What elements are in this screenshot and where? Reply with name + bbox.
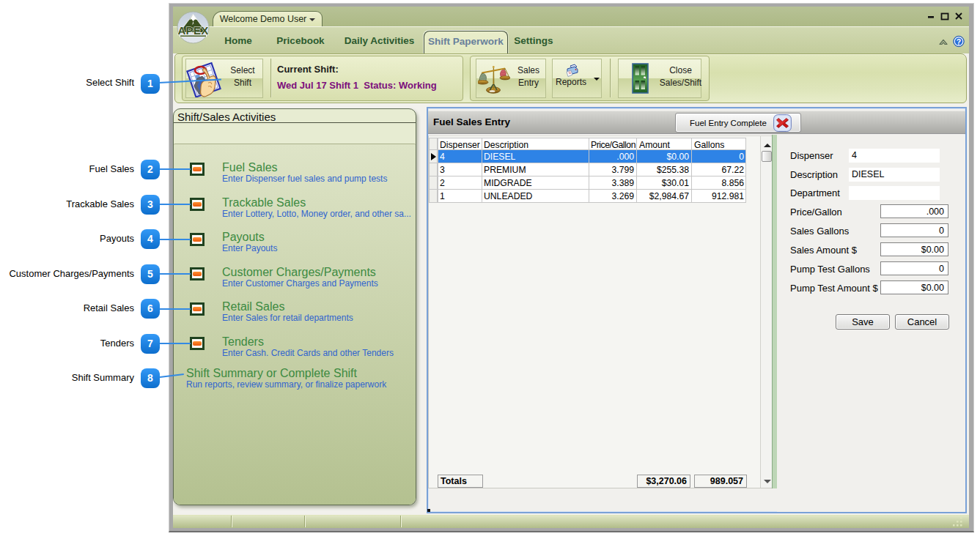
svg-text:APEX: APEX [177,24,208,37]
svg-text:?: ? [957,37,961,46]
